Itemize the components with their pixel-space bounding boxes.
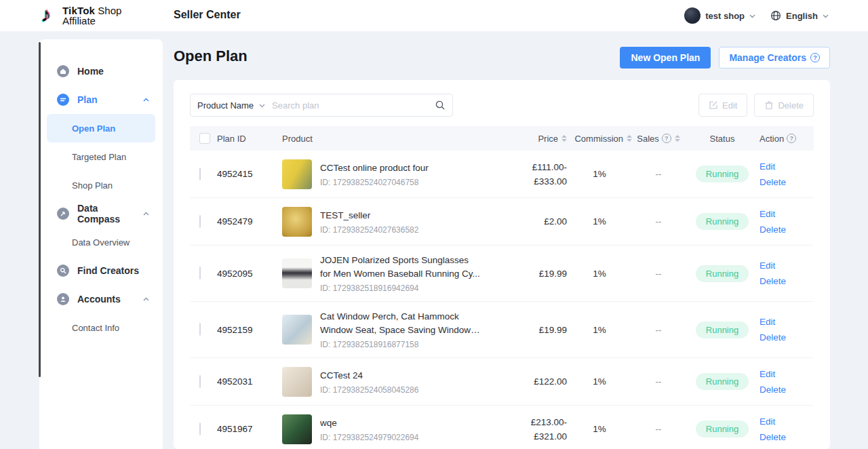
sidebar-item-accounts[interactable]: Accounts [39,285,163,313]
sales: -- [632,269,685,279]
shop-switcher[interactable]: test shop [684,7,755,24]
product-name: wqe [320,416,418,430]
sort-icon[interactable] [627,135,632,142]
chevron-up-icon [143,97,149,103]
commission: 1% [567,325,632,335]
edit-link[interactable]: Edit [760,368,814,380]
filter-label: Product Name [197,100,254,111]
column-commission: Commission [567,134,632,144]
edit-link[interactable]: Edit [760,259,814,272]
help-icon[interactable]: ? [662,134,671,143]
row-checkbox[interactable] [199,375,201,388]
sidebar-item-find-creators[interactable]: Find Creators [39,256,163,285]
product-thumbnail [282,414,312,444]
edit-link[interactable]: Edit [760,315,814,328]
price: £19.99 [492,323,567,337]
tiktok-shop-affiliate-logo[interactable]: ♪♪♪ TikTok Shop Affiliate [41,4,121,26]
price: £19.99 [492,267,567,281]
plan-id: 4952415 [217,169,282,179]
product-name: TEST_seller [320,209,418,222]
table-body: 4952415 CCTest online product four ID: 1… [190,151,814,449]
commission: 1% [567,269,632,279]
commission: 1% [567,376,632,387]
plan-id: 4952031 [217,376,282,387]
product-thumbnail [282,258,312,288]
row-checkbox[interactable] [199,215,201,228]
row-checkbox[interactable] [199,423,201,435]
plans-panel: Product Name Edit Delete [174,80,830,449]
chevron-down-icon [259,102,265,109]
status-badge: Running [696,421,749,437]
page-title: Open Plan [174,39,248,65]
chevron-up-icon [143,296,149,302]
row-checkbox[interactable] [199,168,201,180]
manage-creators-button[interactable]: Manage Creators ? [719,47,830,69]
delete-link[interactable]: Delete [760,176,814,189]
find-creators-icon [57,265,69,277]
table-row: 4952031 CCTest 24 ID: 172938252405804528… [190,358,814,406]
edit-link[interactable]: Edit [760,160,814,173]
sort-icon[interactable] [675,135,680,142]
search-icon[interactable] [435,100,446,111]
edit-link[interactable]: Edit [760,208,814,220]
commission: 1% [567,216,632,227]
edit-icon [709,100,718,110]
sidebar-item-contact-info[interactable]: Contact Info [39,313,163,342]
sidebar-item-plan[interactable]: Plan [39,85,163,114]
status-badge: Running [696,373,749,390]
main-content: Open Plan New Open Plan Manage Creators … [174,39,830,449]
product-thumbnail [282,315,312,345]
product-name: CCTest online product four [320,161,429,175]
tiktok-note-icon: ♪♪♪ [41,5,58,26]
search-filter-select[interactable]: Product Name [197,100,265,111]
chevron-down-icon [823,13,829,19]
delete-link[interactable]: Delete [760,383,814,396]
delete-link[interactable]: Delete [760,431,814,444]
product-name: CCTest 24 [320,369,418,383]
price: £2.00 [492,214,567,229]
commission: 1% [567,424,632,434]
column-price: Price [492,134,567,144]
table-row: 4952479 TEST_seller ID: 1729382524027636… [190,198,814,246]
sort-icon[interactable] [561,135,567,142]
delete-selected-button[interactable]: Delete [754,94,814,117]
sales: -- [632,325,685,335]
table-header: Plan ID Product Price Commission Sales ?… [190,126,814,151]
sidebar-item-data-overview[interactable]: Data Overview [39,228,163,256]
sidebar-item-open-plan[interactable]: Open Plan [47,114,155,142]
globe-icon [770,10,781,21]
row-checkbox[interactable] [199,323,201,336]
language-switcher[interactable]: English [770,10,829,21]
column-action: Action ? [760,134,814,144]
plans-table: Plan ID Product Price Commission Sales ?… [190,126,814,449]
sidebar-item-targeted-plan[interactable]: Targeted Plan [39,142,163,171]
delete-link[interactable]: Delete [760,331,814,344]
price: £213.00- £321.00 [492,415,567,444]
sidebar-item-data-compass[interactable]: Data Compass [39,199,163,228]
table-row: 4952159 Cat Window Perch, Cat Hammock Wi… [190,302,814,358]
sidebar-item-shop-plan[interactable]: Shop Plan [39,171,163,199]
new-open-plan-button[interactable]: New Open Plan [620,47,711,69]
row-checkbox[interactable] [199,267,201,279]
sidebar-item-label: Data Compass [77,203,143,224]
accounts-icon [57,293,69,305]
commission: 1% [567,169,632,179]
top-bar: ♪♪♪ TikTok Shop Affiliate Seller Center … [0,0,868,31]
sidebar-scrollbar[interactable] [39,42,41,377]
help-icon[interactable]: ? [787,134,796,143]
edit-link[interactable]: Edit [760,415,814,428]
search-input[interactable] [272,100,435,111]
product-id: ID: 1729382518916877158 [320,340,481,349]
sidebar-item-home[interactable]: Home [39,57,163,85]
plan-id: 4951967 [217,424,282,434]
edit-selected-button[interactable]: Edit [698,94,747,117]
delete-link[interactable]: Delete [760,275,814,288]
search-bar: Product Name [190,94,453,117]
product-id: ID: 1729382524027636582 [320,225,418,235]
select-all-checkbox[interactable] [199,133,210,144]
plan-icon [57,94,69,106]
language-label: English [786,11,818,21]
product-thumbnail [282,159,312,189]
data-compass-icon [57,208,69,220]
delete-link[interactable]: Delete [760,223,814,236]
